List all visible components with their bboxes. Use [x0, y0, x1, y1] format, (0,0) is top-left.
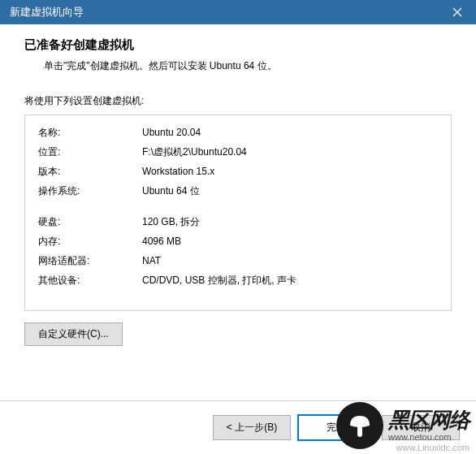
disk-value: 120 GB, 拆分 [142, 214, 438, 229]
wizard-content: 已准备好创建虚拟机 单击"完成"创建虚拟机。然后可以安装 Ubuntu 64 位… [0, 24, 476, 346]
other-label: 其他设备: [38, 273, 142, 288]
page-heading: 已准备好创建虚拟机 [24, 37, 452, 53]
summary-row-location: 位置: F:\虚拟机2\Ubuntu20.04 [38, 145, 438, 159]
memory-label: 内存: [38, 234, 142, 249]
summary-row-other: 其他设备: CD/DVD, USB 控制器, 打印机, 声卡 [38, 273, 438, 288]
location-label: 位置: [38, 145, 142, 159]
version-label: 版本: [38, 164, 142, 179]
customize-row: 自定义硬件(C)... [24, 322, 452, 346]
network-label: 网络适配器: [38, 253, 142, 268]
window-title: 新建虚拟机向导 [10, 5, 84, 19]
summary-row-network: 网络适配器: NAT [38, 253, 438, 268]
version-value: Workstation 15.x [142, 164, 438, 179]
other-value: CD/DVD, USB 控制器, 打印机, 声卡 [142, 273, 438, 288]
network-value: NAT [142, 253, 438, 268]
customize-hardware-button[interactable]: 自定义硬件(C)... [24, 322, 123, 346]
summary-row-version: 版本: Workstation 15.x [38, 164, 438, 179]
watermark-alt: www.Linuxidc.com [396, 443, 470, 452]
os-value: Ubuntu 64 位 [142, 184, 438, 198]
page-subheading: 单击"完成"创建虚拟机。然后可以安装 Ubuntu 64 位。 [44, 59, 452, 73]
name-value: Ubuntu 20.04 [142, 125, 438, 140]
cancel-button[interactable]: 取消 [382, 415, 460, 440]
memory-value: 4096 MB [142, 234, 438, 249]
section-label: 将使用下列设置创建虚拟机: [24, 94, 452, 108]
disk-label: 硬盘: [38, 214, 142, 229]
os-label: 操作系统: [38, 184, 142, 198]
close-button[interactable] [439, 0, 476, 24]
name-label: 名称: [38, 125, 142, 140]
location-value: F:\虚拟机2\Ubuntu20.04 [142, 145, 438, 159]
finish-button[interactable]: 完成 [297, 414, 375, 441]
back-button[interactable]: < 上一步(B) [213, 415, 291, 440]
close-icon [452, 7, 462, 17]
summary-box: 名称: Ubuntu 20.04 位置: F:\虚拟机2\Ubuntu20.04… [24, 115, 452, 311]
summary-row-disk: 硬盘: 120 GB, 拆分 [38, 214, 438, 229]
summary-row-name: 名称: Ubuntu 20.04 [38, 125, 438, 140]
titlebar: 新建虚拟机向导 [0, 0, 476, 24]
summary-row-os: 操作系统: Ubuntu 64 位 [38, 184, 438, 198]
summary-row-memory: 内存: 4096 MB [38, 234, 438, 249]
